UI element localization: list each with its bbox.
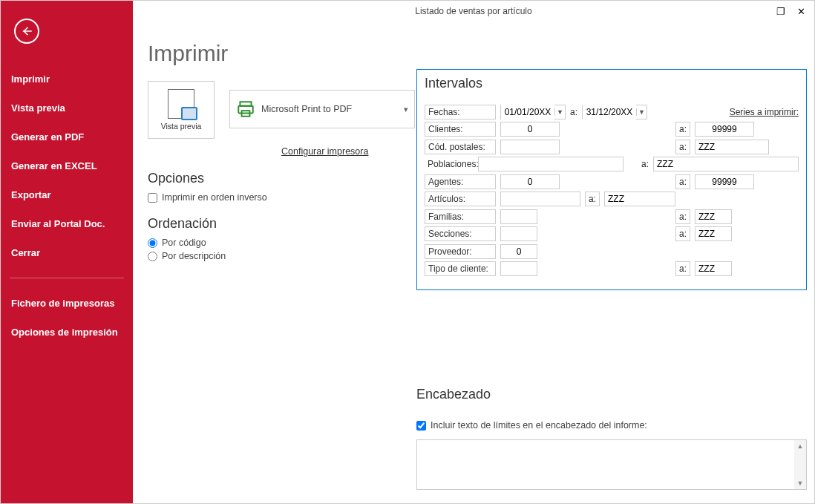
encabezado-textarea[interactable]: ▲ ▼ bbox=[416, 439, 807, 490]
a-label-box: a: bbox=[675, 261, 690, 276]
close-icon[interactable]: ✕ bbox=[797, 6, 805, 17]
codpost-desde-input[interactable] bbox=[500, 140, 560, 154]
intervalos-panel: Intervalos Fechas: ▼ a: ▼ Series a impri… bbox=[416, 69, 807, 290]
orden-codigo-label: Por código bbox=[162, 238, 206, 248]
maximize-icon[interactable]: ❐ bbox=[776, 6, 785, 17]
window-controls: ❐ ✕ bbox=[767, 1, 814, 22]
poblaciones-label: Poblaciones: bbox=[425, 157, 478, 171]
a-label-box: a: bbox=[675, 140, 690, 154]
reverse-order-checkbox[interactable] bbox=[148, 193, 157, 203]
sidebar-item-opciones-impresion[interactable]: Opciones de impresión bbox=[1, 318, 133, 347]
incluir-limites-checkbox[interactable] bbox=[416, 421, 426, 431]
document-preview-icon bbox=[168, 89, 194, 119]
printer-icon bbox=[236, 99, 255, 119]
sidebar-item-pdf[interactable]: Generar en PDF bbox=[1, 122, 133, 151]
chevron-down-icon: ▾ bbox=[404, 105, 408, 114]
secciones-hasta-input[interactable] bbox=[695, 226, 732, 241]
familias-hasta-input[interactable] bbox=[695, 209, 732, 224]
proveedor-label: Proveedor: bbox=[425, 244, 496, 259]
configurar-impresora-link[interactable]: Configurar impresora bbox=[281, 146, 368, 157]
fecha-desde-input[interactable] bbox=[501, 105, 554, 120]
sidebar-separator bbox=[10, 278, 124, 278]
a-label-box: a: bbox=[585, 192, 600, 206]
clientes-hasta-input[interactable] bbox=[695, 122, 754, 137]
sidebar-item-fichero-impresoras[interactable]: Fichero de impresoras bbox=[1, 289, 133, 318]
scroll-up-icon[interactable]: ▲ bbox=[797, 440, 804, 452]
agentes-label: Agentes: bbox=[425, 174, 496, 189]
printer-name: Microsoft Print to PDF bbox=[261, 104, 398, 114]
familias-label: Familias: bbox=[425, 209, 496, 224]
orden-descripcion-label: Por descripción bbox=[162, 251, 226, 261]
a-label-box: a: bbox=[675, 174, 690, 189]
a-label: a: bbox=[641, 159, 649, 169]
agentes-desde-input[interactable] bbox=[500, 174, 560, 189]
tipocliente-label: Tipo de cliente: bbox=[425, 261, 496, 276]
sidebar-item-vista-previa[interactable]: Vista previa bbox=[1, 94, 133, 122]
encabezado-heading: Encabezado bbox=[416, 387, 807, 402]
fecha-desde-field[interactable]: ▼ bbox=[500, 105, 566, 120]
a-label-box: a: bbox=[675, 209, 690, 224]
codpost-hasta-input[interactable] bbox=[695, 140, 769, 154]
sidebar: Imprimir Vista previa Generar en PDF Gen… bbox=[1, 1, 133, 503]
page-title: Imprimir bbox=[148, 41, 807, 66]
incluir-limites-label: Incluir texto de límites en el encabezad… bbox=[431, 420, 647, 431]
sidebar-item-imprimir[interactable]: Imprimir bbox=[1, 65, 133, 94]
svg-rect-1 bbox=[238, 106, 253, 114]
vista-previa-button[interactable]: Vista previa bbox=[148, 81, 215, 139]
fechas-label: Fechas: bbox=[425, 105, 496, 120]
orden-codigo-radio[interactable] bbox=[148, 238, 157, 248]
scroll-down-icon[interactable]: ▼ bbox=[797, 477, 804, 489]
encabezado-panel: Encabezado Incluir texto de límites en e… bbox=[416, 373, 807, 490]
tipocliente-hasta-input[interactable] bbox=[695, 261, 732, 276]
fecha-hasta-field[interactable]: ▼ bbox=[582, 105, 647, 120]
secciones-desde-input[interactable] bbox=[500, 226, 537, 241]
vista-previa-label: Vista previa bbox=[161, 122, 202, 131]
familias-desde-input[interactable] bbox=[500, 209, 537, 224]
window-title: Listado de ventas por artículo bbox=[133, 1, 814, 22]
window-title-text: Listado de ventas por artículo bbox=[415, 6, 531, 16]
back-button[interactable] bbox=[14, 19, 39, 44]
articulos-label: Artículos: bbox=[425, 192, 496, 206]
sidebar-item-portal[interactable]: Enviar al Portal Doc. bbox=[1, 209, 133, 238]
fecha-desde-dropdown-icon[interactable]: ▼ bbox=[554, 108, 565, 116]
scrollbar[interactable]: ▲ ▼ bbox=[794, 440, 806, 489]
poblaciones-desde-input[interactable] bbox=[478, 157, 623, 171]
fecha-hasta-dropdown-icon[interactable]: ▼ bbox=[636, 108, 647, 116]
sidebar-item-excel[interactable]: Generar en EXCEL bbox=[1, 151, 133, 180]
arrow-left-icon bbox=[20, 24, 33, 38]
a-label: a: bbox=[570, 107, 577, 117]
a-label-box: a: bbox=[675, 226, 690, 241]
intervalos-heading: Intervalos bbox=[425, 76, 799, 91]
secciones-label: Secciones: bbox=[425, 226, 496, 241]
incluir-limites-check[interactable]: Incluir texto de límites en el encabezad… bbox=[416, 420, 807, 431]
articulos-hasta-input[interactable] bbox=[604, 192, 675, 206]
printer-select[interactable]: Microsoft Print to PDF ▾ bbox=[229, 90, 415, 128]
codpost-label: Cód. postales: bbox=[425, 140, 496, 154]
series-imprimir-link[interactable]: Series a imprimir: bbox=[730, 107, 799, 117]
fecha-hasta-input[interactable] bbox=[583, 105, 636, 120]
sidebar-item-cerrar[interactable]: Cerrar bbox=[1, 238, 133, 267]
tipocliente-desde-input[interactable] bbox=[500, 261, 537, 276]
orden-descripcion-radio[interactable] bbox=[148, 252, 157, 261]
sidebar-item-exportar[interactable]: Exportar bbox=[1, 180, 133, 209]
poblaciones-hasta-input[interactable] bbox=[653, 157, 799, 171]
reverse-order-label: Imprimir en orden inverso bbox=[162, 192, 267, 203]
agentes-hasta-input[interactable] bbox=[695, 174, 754, 189]
clientes-label: Clientes: bbox=[425, 122, 496, 137]
proveedor-desde-input[interactable] bbox=[500, 244, 537, 259]
articulos-desde-input[interactable] bbox=[500, 192, 580, 206]
a-label-box: a: bbox=[675, 122, 690, 137]
clientes-desde-input[interactable] bbox=[500, 122, 560, 137]
